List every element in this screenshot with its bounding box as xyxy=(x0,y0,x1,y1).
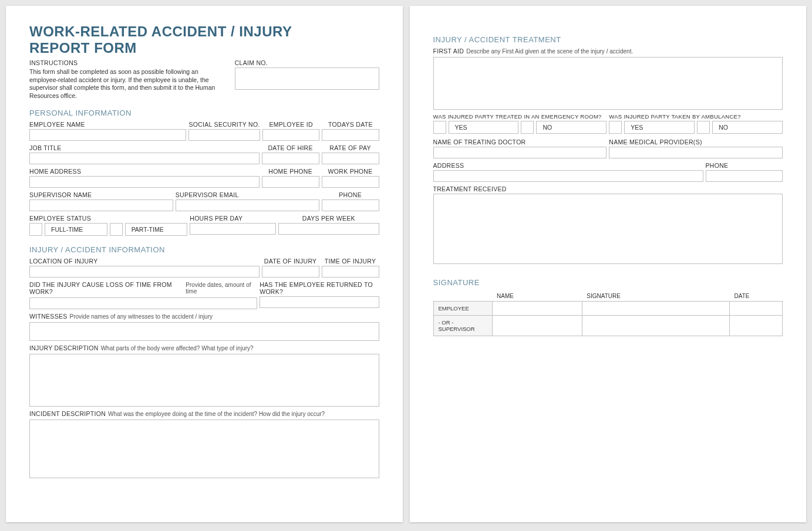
label-provider: NAME MEDICAL PROVIDER(S) xyxy=(609,138,783,146)
er-no-check[interactable] xyxy=(521,121,534,134)
sig-header-name: NAME xyxy=(492,289,582,302)
amb-no-check[interactable] xyxy=(697,121,710,134)
label-employee-id: EMPLOYEE ID xyxy=(262,121,319,128)
page-1: WORK-RELATED ACCIDENT / INJURY REPORT FO… xyxy=(6,6,403,522)
label-er: WAS INJURED PARTY TREATED IN AN EMERGENC… xyxy=(433,113,607,120)
section-treatment: INJURY / ACCIDENT TREATMENT xyxy=(433,35,783,44)
sup-name-input[interactable] xyxy=(29,199,173,211)
label-days-week: DAYS PER WEEK xyxy=(278,215,379,222)
er-no-option: NO xyxy=(536,121,607,134)
label-rate-pay: RATE OF PAY xyxy=(322,144,379,151)
label-sup-name: SUPERVISOR NAME xyxy=(29,191,173,198)
injury-desc-input[interactable] xyxy=(29,354,379,407)
label-home-phone: HOME PHONE xyxy=(262,168,319,175)
sub-incident-desc: What was the employee doing at the time … xyxy=(108,411,325,417)
sub-injury-desc: What parts of the body were affected? Wh… xyxy=(101,345,254,351)
label-home-address: HOME ADDRESS xyxy=(29,168,260,175)
provider-input[interactable] xyxy=(609,147,783,158)
ssn-input[interactable] xyxy=(188,129,260,141)
label-first-aid: FIRST AID xyxy=(433,48,464,55)
sig-sup-date[interactable] xyxy=(730,316,783,336)
sig-sup-name[interactable] xyxy=(492,316,582,336)
section-personal: PERSONAL INFORMATION xyxy=(29,109,379,117)
section-injury-info: INJURY / ACCIDENT INFORMATION xyxy=(29,245,379,254)
amb-yes-check[interactable] xyxy=(609,121,622,134)
fulltime-check[interactable] xyxy=(29,223,42,236)
label-witnesses: WITNESSES xyxy=(29,313,68,320)
label-hours-day: HOURS PER DAY xyxy=(190,215,276,222)
label-injury-desc: INJURY DESCRIPTION xyxy=(29,344,99,351)
instructions-label: INSTRUCTIONS xyxy=(29,59,217,66)
employee-id-input[interactable] xyxy=(262,129,319,141)
label-ssn: SOCIAL SECURITY NO. xyxy=(188,121,260,128)
loss-time-input[interactable] xyxy=(29,297,257,309)
location-input[interactable] xyxy=(29,266,260,278)
date-injury-input[interactable] xyxy=(262,266,319,278)
label-time-injury: TIME OF INJURY xyxy=(322,258,379,265)
home-address-input[interactable] xyxy=(29,176,260,188)
sup-phone-input[interactable] xyxy=(322,199,379,211)
form-title: WORK-RELATED ACCIDENT / INJURY REPORT FO… xyxy=(29,23,379,56)
parttime-check[interactable] xyxy=(110,223,123,236)
sig-emp-date[interactable] xyxy=(730,302,783,316)
hours-day-input[interactable] xyxy=(190,223,276,235)
sub-loss-time: Provide dates, amount of time xyxy=(186,282,257,295)
address-input[interactable] xyxy=(433,170,703,182)
label-todays-date: TODAYS DATE xyxy=(322,121,379,128)
signature-table: NAME SIGNATURE DATE EMPLOYEE - OR - SUPE… xyxy=(433,289,783,336)
parttime-option: PART-TIME xyxy=(125,223,188,236)
provider-phone-input[interactable] xyxy=(706,170,783,182)
instructions-text: This form shall be completed as soon as … xyxy=(29,68,217,100)
sig-header-signature: SIGNATURE xyxy=(582,289,729,302)
fulltime-option: FULL-TIME xyxy=(45,223,107,236)
label-work-phone: WORK PHONE xyxy=(322,168,379,175)
days-week-input[interactable] xyxy=(278,223,379,235)
label-date-injury: DATE OF INJURY xyxy=(262,258,319,265)
label-location: LOCATION OF INJURY xyxy=(29,258,260,265)
rate-pay-input[interactable] xyxy=(322,153,379,164)
label-date-hire: DATE OF HIRE xyxy=(262,144,319,151)
label-ambulance: WAS INJURED PARTY TAKEN BY AMBULANCE? xyxy=(609,113,783,120)
first-aid-input[interactable] xyxy=(433,57,783,110)
title-line-1: WORK-RELATED ACCIDENT / INJURY xyxy=(29,23,292,39)
page-2: INJURY / ACCIDENT TREATMENT FIRST AIDDes… xyxy=(410,6,807,522)
amb-yes-option: YES xyxy=(624,121,695,134)
home-phone-input[interactable] xyxy=(262,176,319,188)
sig-sup-sign[interactable] xyxy=(582,316,729,336)
er-yes-check[interactable] xyxy=(433,121,446,134)
treatment-received-input[interactable] xyxy=(433,194,783,264)
sup-email-input[interactable] xyxy=(176,199,319,211)
sub-witnesses: Provide names of any witnesses to the ac… xyxy=(70,313,213,320)
job-title-input[interactable] xyxy=(29,153,260,164)
incident-desc-input[interactable] xyxy=(29,420,379,478)
time-injury-input[interactable] xyxy=(322,266,379,278)
label-sup-email: SUPERVISOR EMAIL xyxy=(176,191,319,198)
er-yes-option: YES xyxy=(449,121,519,134)
label-emp-status: EMPLOYEE STATUS xyxy=(29,215,187,222)
label-sup-phone: PHONE xyxy=(322,191,379,198)
returned-input[interactable] xyxy=(260,296,379,308)
sig-emp-sign[interactable] xyxy=(582,302,729,316)
work-phone-input[interactable] xyxy=(322,176,379,188)
sig-row-supervisor: - OR - SUPERVISOR xyxy=(433,316,492,336)
label-returned: HAS THE EMPLOYEE RETURNED TO WORK? xyxy=(260,281,379,295)
sig-header-date: DATE xyxy=(730,289,783,302)
label-loss-time: DID THE INJURY CAUSE LOSS OF TIME FROM W… xyxy=(29,281,183,295)
date-hire-input[interactable] xyxy=(262,153,319,164)
todays-date-input[interactable] xyxy=(322,129,379,141)
claim-no-input[interactable] xyxy=(235,67,379,90)
employee-name-input[interactable] xyxy=(29,129,186,141)
sig-emp-name[interactable] xyxy=(492,302,582,316)
sig-row-employee: EMPLOYEE xyxy=(433,302,492,316)
label-job-title: JOB TITLE xyxy=(29,144,260,151)
section-signature: SIGNATURE xyxy=(433,278,783,287)
doctor-input[interactable] xyxy=(433,147,607,158)
label-address: ADDRESS xyxy=(433,162,703,169)
claim-no-label: CLAIM NO. xyxy=(235,59,379,66)
label-incident-desc: INCIDENT DESCRIPTION xyxy=(29,410,106,417)
title-line-2: REPORT FORM xyxy=(29,40,137,56)
sub-first-aid: Describe any First Aid given at the scen… xyxy=(466,48,633,55)
label-treatment-received: TREATMENT RECEIVED xyxy=(433,185,783,192)
amb-no-option: NO xyxy=(712,121,783,134)
witnesses-input[interactable] xyxy=(29,322,379,341)
